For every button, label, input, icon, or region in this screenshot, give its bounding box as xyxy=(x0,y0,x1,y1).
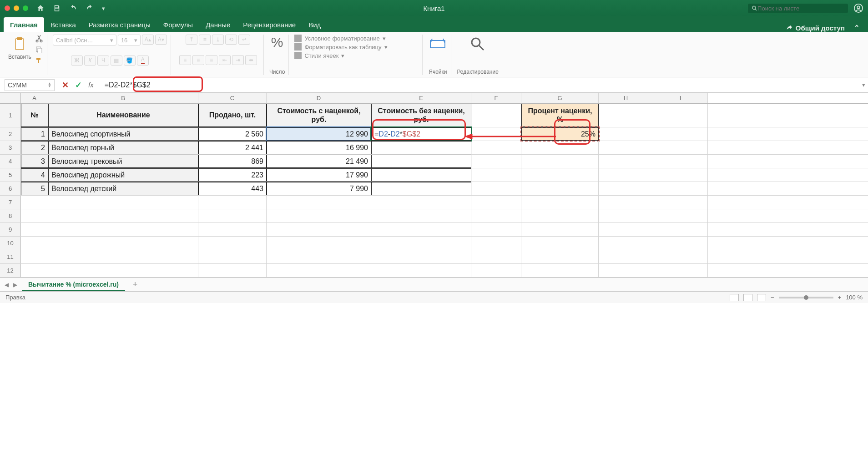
cell[interactable] xyxy=(521,264,599,277)
cell[interactable] xyxy=(521,182,599,195)
orientation-icon[interactable]: ⟲ xyxy=(225,35,237,45)
percent-icon[interactable]: % xyxy=(271,35,283,50)
add-sheet-button[interactable]: + xyxy=(130,279,141,290)
row-header[interactable]: 8 xyxy=(0,209,21,222)
view-normal-icon[interactable] xyxy=(730,294,739,301)
expand-formula-bar-icon[interactable]: ▾ xyxy=(859,81,868,88)
zoom-in-button[interactable]: + xyxy=(838,294,842,301)
tab-view[interactable]: Вид xyxy=(302,17,327,32)
align-middle-icon[interactable]: ≡ xyxy=(199,35,211,45)
cell[interactable] xyxy=(198,237,267,250)
find-icon[interactable] xyxy=(468,35,487,54)
cell[interactable] xyxy=(371,250,471,263)
align-top-icon[interactable]: ⤒ xyxy=(186,35,197,45)
name-box[interactable]: СУММ ▲▼ xyxy=(5,79,55,91)
cell[interactable] xyxy=(653,155,708,168)
cell[interactable] xyxy=(653,223,708,236)
cell[interactable] xyxy=(21,264,48,277)
row-header[interactable]: 3 xyxy=(0,141,21,154)
cell[interactable] xyxy=(653,168,708,182)
cell[interactable]: 443 xyxy=(198,182,267,195)
cell[interactable] xyxy=(371,168,471,182)
col-header[interactable]: G xyxy=(521,93,599,103)
row-header[interactable]: 4 xyxy=(0,155,21,168)
cell[interactable] xyxy=(471,209,521,222)
cell[interactable]: Велосипед трековый xyxy=(48,155,198,168)
cell[interactable] xyxy=(371,141,471,154)
font-name-combo[interactable]: Calibri (Осн…▾ xyxy=(53,35,116,45)
share-button[interactable]: Общий доступ ⌃ xyxy=(786,24,864,32)
copy-icon[interactable] xyxy=(35,45,43,54)
cell[interactable]: 3 xyxy=(21,155,48,168)
cell[interactable]: Велосипед дорожный xyxy=(48,168,198,182)
cell-d2[interactable]: 12 990 xyxy=(267,127,371,141)
cell[interactable] xyxy=(599,237,653,250)
cell[interactable] xyxy=(267,223,371,236)
cell[interactable]: 5 xyxy=(21,182,48,195)
cell[interactable] xyxy=(653,182,708,195)
col-header[interactable]: H xyxy=(599,93,653,103)
cell[interactable] xyxy=(653,264,708,277)
row-header[interactable]: 9 xyxy=(0,223,21,236)
align-bottom-icon[interactable]: ⤓ xyxy=(212,35,224,45)
cell[interactable] xyxy=(267,264,371,277)
cell[interactable] xyxy=(267,209,371,222)
zoom-level[interactable]: 100 % xyxy=(846,294,863,301)
cell[interactable]: 1 xyxy=(21,127,48,141)
cell[interactable] xyxy=(371,209,471,222)
col-header[interactable]: F xyxy=(471,93,521,103)
row-header[interactable]: 7 xyxy=(0,196,21,209)
cell[interactable]: 223 xyxy=(198,168,267,182)
conditional-formatting-button[interactable]: Условное форматирование ▾ xyxy=(294,35,387,42)
zoom-out-button[interactable]: − xyxy=(771,294,774,301)
tab-review[interactable]: Рецензирование xyxy=(237,17,302,32)
cut-icon[interactable] xyxy=(35,35,43,43)
tab-insert[interactable]: Вставка xyxy=(44,17,82,32)
cell[interactable] xyxy=(371,223,471,236)
cell[interactable] xyxy=(471,104,521,127)
cell[interactable] xyxy=(471,141,521,154)
search-box[interactable] xyxy=(748,4,848,13)
merge-icon[interactable]: ⬌ xyxy=(245,55,257,65)
tab-layout[interactable]: Разметка страницы xyxy=(82,17,157,32)
align-left-icon[interactable]: ≡ xyxy=(179,55,191,65)
cell[interactable]: Продано, шт. xyxy=(198,104,267,127)
cell[interactable] xyxy=(521,155,599,168)
tab-home[interactable]: Главная xyxy=(4,17,44,32)
cell[interactable]: 21 490 xyxy=(267,155,371,168)
cell[interactable] xyxy=(267,196,371,209)
cell-g2[interactable]: 25% xyxy=(521,127,599,141)
cell[interactable]: 2 441 xyxy=(198,141,267,154)
cell[interactable] xyxy=(521,223,599,236)
cell[interactable] xyxy=(599,250,653,263)
col-header[interactable]: D xyxy=(267,93,371,103)
cell[interactable] xyxy=(198,223,267,236)
cell[interactable] xyxy=(48,237,198,250)
row-header[interactable]: 10 xyxy=(0,237,21,250)
bold-button[interactable]: Ж xyxy=(71,56,83,66)
cell[interactable] xyxy=(653,196,708,209)
cell[interactable] xyxy=(471,127,521,141)
home-icon[interactable] xyxy=(36,4,45,12)
cell[interactable]: 2 560 xyxy=(198,127,267,141)
undo-icon[interactable] xyxy=(69,4,77,12)
cell[interactable] xyxy=(198,250,267,263)
accept-icon[interactable]: ✓ xyxy=(75,80,82,90)
align-right-icon[interactable]: ≡ xyxy=(206,55,217,65)
cell[interactable] xyxy=(21,209,48,222)
cell[interactable] xyxy=(599,168,653,182)
cell[interactable]: 4 xyxy=(21,168,48,182)
row-header[interactable]: 1 xyxy=(0,104,21,127)
cell[interactable] xyxy=(267,250,371,263)
worksheet-grid[interactable]: A B C D E F G H I 1 № Наименование Прода… xyxy=(0,93,868,278)
cell[interactable] xyxy=(599,104,653,127)
tab-formulas[interactable]: Формулы xyxy=(157,17,199,32)
cell[interactable] xyxy=(471,196,521,209)
cell[interactable] xyxy=(653,141,708,154)
cell[interactable] xyxy=(521,196,599,209)
cell[interactable]: 16 990 xyxy=(267,141,371,154)
cell[interactable] xyxy=(599,141,653,154)
cell[interactable] xyxy=(371,196,471,209)
minimize-button[interactable] xyxy=(14,5,19,11)
save-icon[interactable] xyxy=(53,4,61,12)
